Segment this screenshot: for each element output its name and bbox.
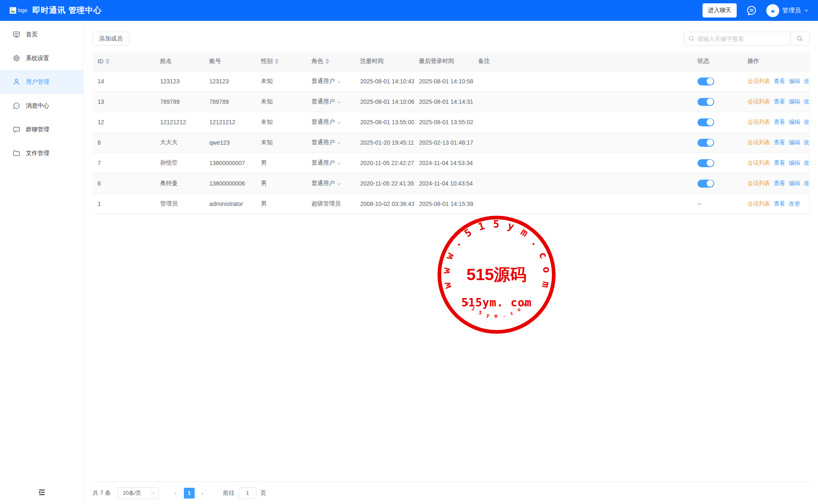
action-link[interactable]: 改密: [804, 118, 809, 126]
role-dropdown-icon[interactable]: [337, 181, 341, 185]
top-header: logo 即时通讯 管理中心 进入聊天 管理员: [0, 0, 818, 21]
sidebar-item-group-chat[interactable]: 群聊管理: [0, 118, 83, 141]
action-link[interactable]: 查看: [774, 200, 785, 208]
stamp-arc-top-text: w w w . 5 1 5 y m . c o m: [440, 218, 553, 290]
cell-account: 12121212: [204, 112, 256, 132]
action-link[interactable]: 编辑: [789, 78, 800, 85]
column-header-role[interactable]: 角色: [306, 51, 355, 71]
action-link[interactable]: 查看: [774, 139, 785, 146]
cell-status: --: [693, 194, 743, 214]
cell-role[interactable]: 普通用户: [306, 71, 355, 91]
cell-id: 14: [93, 71, 155, 91]
cell-role[interactable]: 普通用户: [306, 92, 355, 112]
column-header-id[interactable]: ID: [93, 51, 155, 71]
page-number-1[interactable]: 1: [184, 488, 195, 499]
cell-role[interactable]: 普通用户: [306, 112, 355, 132]
cell-status: [693, 112, 743, 132]
sort-carets-icon[interactable]: [105, 58, 110, 64]
cell-last-login: 2025-08-01 13:55:02: [414, 112, 473, 132]
action-link[interactable]: 会话列表: [748, 98, 770, 105]
cell-role[interactable]: 普通用户: [306, 153, 355, 173]
sidebar-item-label: 消息中心: [26, 102, 49, 110]
action-link[interactable]: 查看: [774, 118, 785, 126]
action-link[interactable]: 会话列表: [748, 139, 770, 146]
action-link[interactable]: 编辑: [789, 118, 800, 126]
sidebar-collapse-button[interactable]: [0, 485, 83, 500]
chat-bubble-icon[interactable]: [746, 5, 757, 16]
status-toggle[interactable]: [698, 139, 714, 147]
chevron-down-icon: [804, 8, 809, 13]
logo-alt-text: logo: [18, 8, 28, 13]
action-link[interactable]: 改密: [804, 139, 809, 146]
sort-carets-icon[interactable]: [275, 58, 279, 64]
sidebar-item-dashboard[interactable]: 首页: [0, 23, 83, 46]
sidebar-menu: 首页系统设置用户管理消息中心群聊管理文件管理: [0, 21, 83, 165]
search-input[interactable]: [695, 32, 790, 45]
action-link[interactable]: 会话列表: [748, 200, 770, 208]
enter-chat-button[interactable]: 进入聊天: [703, 3, 737, 18]
fold-icon: [37, 488, 46, 497]
status-toggle[interactable]: [698, 98, 714, 106]
role-dropdown-icon[interactable]: [337, 120, 341, 124]
status-toggle[interactable]: [698, 159, 714, 167]
sidebar-item-gear[interactable]: 系统设置: [0, 46, 83, 70]
cell-register-time: 2020-11-05 22:41:35: [355, 173, 414, 193]
sidebar-item-label: 用户管理: [26, 78, 49, 86]
action-link[interactable]: 查看: [774, 78, 785, 85]
sidebar-item-user[interactable]: 用户管理: [0, 70, 83, 94]
action-link[interactable]: 改密: [804, 180, 809, 187]
prev-page-button[interactable]: ‹: [171, 488, 181, 499]
cell-name: 大大大: [155, 133, 204, 153]
goto-page-input[interactable]: [239, 487, 256, 499]
action-link[interactable]: 编辑: [789, 159, 800, 167]
cell-gender: 男: [256, 194, 306, 214]
cell-remark: [473, 71, 693, 91]
cell-role[interactable]: 普通用户: [306, 133, 355, 153]
cell-account: 13800000007: [204, 153, 256, 173]
column-header-gender[interactable]: 性别: [256, 51, 306, 71]
role-dropdown-icon[interactable]: [337, 79, 341, 83]
cell-actions: 会话列表查看编辑改密: [743, 112, 809, 132]
cell-role[interactable]: 超级管理员: [306, 194, 355, 214]
role-dropdown-icon[interactable]: [337, 99, 341, 103]
table-row: 1 管理员 administrator 男 超级管理员 2008-10-02 0…: [93, 194, 809, 214]
cell-role[interactable]: 普通用户: [306, 173, 355, 193]
status-toggle[interactable]: [698, 78, 714, 85]
table-body: 14 123123 123123 未知 普通用户 2025-08-01 14:1…: [93, 71, 809, 214]
action-link[interactable]: 编辑: [789, 139, 800, 146]
action-link[interactable]: 会话列表: [748, 118, 770, 126]
action-link[interactable]: 会话列表: [748, 78, 770, 85]
action-link[interactable]: 查看: [774, 98, 785, 105]
status-toggle[interactable]: [698, 118, 714, 126]
page-size-select[interactable]: 20条/页: [118, 487, 159, 499]
action-link[interactable]: 改密: [804, 78, 809, 85]
sidebar-item-message[interactable]: 消息中心: [0, 94, 83, 118]
action-link[interactable]: 改密: [804, 159, 809, 167]
action-link[interactable]: 编辑: [789, 180, 800, 187]
sidebar-item-folder[interactable]: 文件管理: [0, 141, 83, 165]
role-dropdown-icon[interactable]: [337, 140, 341, 144]
svg-text:w w w . 5 1 5 y m . c o m: w w w . 5 1 5 y m . c o m: [440, 218, 553, 290]
role-dropdown-icon[interactable]: [337, 160, 341, 165]
cell-register-time: 2008-10-02 03:36:43: [355, 194, 414, 214]
cell-actions: 会话列表查看编辑改密: [743, 71, 809, 91]
action-link[interactable]: 改密: [789, 200, 800, 208]
action-link[interactable]: 查看: [774, 180, 785, 187]
table-row: 6 奥特曼 13800000006 男 普通用户 2020-11-05 22:4…: [93, 173, 809, 194]
status-toggle[interactable]: [698, 180, 714, 188]
column-header-remark: 备注: [473, 51, 693, 71]
cell-account: 789789: [204, 92, 256, 112]
user-icon: [12, 78, 20, 86]
action-link[interactable]: 查看: [774, 159, 785, 167]
action-link[interactable]: 编辑: [789, 98, 800, 105]
action-link[interactable]: 改密: [804, 98, 809, 105]
cell-status: [693, 153, 743, 173]
add-member-button[interactable]: 添加成员: [93, 32, 129, 45]
column-header-last-login: 最后登录时间: [414, 51, 473, 71]
action-link[interactable]: 会话列表: [748, 180, 770, 187]
sort-carets-icon[interactable]: [325, 58, 329, 64]
search-button[interactable]: [790, 32, 809, 45]
action-link[interactable]: 会话列表: [748, 159, 770, 167]
user-menu[interactable]: 管理员: [766, 4, 809, 17]
next-page-button[interactable]: ›: [197, 488, 208, 499]
